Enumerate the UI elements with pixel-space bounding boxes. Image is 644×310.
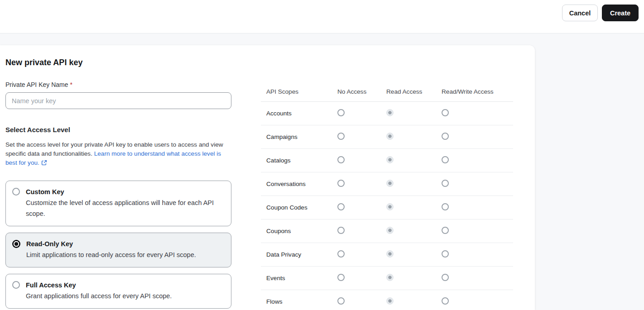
scope-label: Flows <box>266 298 337 305</box>
access-level-radio[interactable] <box>12 188 20 196</box>
scope-radio-no-access[interactable] <box>337 156 345 163</box>
scope-radio-read-write-access[interactable] <box>442 109 449 116</box>
external-link-icon <box>41 160 47 166</box>
scope-row: Events <box>261 267 513 290</box>
access-level-option[interactable]: Read-Only Key Limit applications to read… <box>5 233 231 267</box>
scope-radio-read-access[interactable] <box>386 203 394 210</box>
cancel-button[interactable]: Cancel <box>562 5 598 21</box>
scope-radio-no-access[interactable] <box>337 227 345 234</box>
scope-radio-no-access[interactable] <box>337 297 345 305</box>
scope-row: Accounts <box>261 102 513 125</box>
scope-row: Coupons <box>261 219 513 243</box>
access-level-options: Custom Key Customize the level of access… <box>5 181 231 309</box>
scope-radio-no-access[interactable] <box>337 203 345 210</box>
option-title: Custom Key <box>26 187 225 196</box>
scope-row: Coupon Codes <box>261 196 513 219</box>
scope-radio-no-access[interactable] <box>337 133 345 140</box>
scope-radio-read-access[interactable] <box>386 274 394 281</box>
scope-radio-read-write-access[interactable] <box>442 133 449 140</box>
scope-label: Data Privacy <box>266 251 337 258</box>
scopes-table-header: API Scopes No Access Read Access Read/Wr… <box>261 85 513 102</box>
access-level-heading: Select Access Level <box>5 126 231 134</box>
topbar: Cancel Create <box>0 0 644 33</box>
create-button[interactable]: Create <box>602 5 639 21</box>
key-settings-column: New private API key Private API Key Name… <box>5 45 231 309</box>
access-level-option[interactable]: Custom Key Customize the level of access… <box>5 181 231 226</box>
api-scopes-table: API Scopes No Access Read Access Read/Wr… <box>261 85 513 310</box>
access-level-radio[interactable] <box>12 281 20 289</box>
scope-row: Data Privacy <box>261 243 513 267</box>
option-description: Grant applications full access for every… <box>26 291 172 301</box>
scope-radio-read-access[interactable] <box>386 133 394 140</box>
scope-radio-no-access[interactable] <box>337 274 345 281</box>
option-title: Full Access Key <box>26 280 172 290</box>
column-header-no-access: No Access <box>337 88 386 95</box>
scope-radio-read-access[interactable] <box>386 180 394 187</box>
scope-radio-read-access[interactable] <box>386 250 394 258</box>
scope-label: Accounts <box>266 110 337 117</box>
scope-label: Coupon Codes <box>266 204 337 211</box>
api-key-name-label: Private API Key Name* <box>5 81 231 88</box>
scope-radio-read-write-access[interactable] <box>442 227 449 234</box>
column-header-read-write-access: Read/Write Access <box>442 88 513 95</box>
new-private-api-key-panel: New private API key Private API Key Name… <box>0 45 535 310</box>
column-header-api-scopes: API Scopes <box>266 88 337 95</box>
scopes-table-body: Accounts Campaigns Catalogs <box>261 102 513 310</box>
scope-label: Campaigns <box>266 134 337 140</box>
option-title: Read-Only Key <box>26 239 196 248</box>
column-header-read-access: Read Access <box>386 88 442 95</box>
option-description: Limit applications to read-only access f… <box>26 249 196 260</box>
scope-radio-read-access[interactable] <box>386 109 394 116</box>
scope-row: Conversations <box>261 172 513 196</box>
option-description: Customize the level of access applicatio… <box>26 197 225 219</box>
scope-radio-read-access[interactable] <box>386 227 394 234</box>
scope-radio-no-access[interactable] <box>337 250 345 258</box>
scope-row: Catalogs <box>261 149 513 172</box>
access-level-description: Set the access level for your private AP… <box>5 140 231 167</box>
scope-radio-read-write-access[interactable] <box>442 180 449 187</box>
scope-radio-no-access[interactable] <box>337 109 345 116</box>
access-level-radio[interactable] <box>12 240 20 248</box>
scope-radio-read-write-access[interactable] <box>442 274 449 281</box>
scope-label: Events <box>266 275 337 281</box>
scope-row: Flows <box>261 290 513 310</box>
scope-radio-read-write-access[interactable] <box>442 297 449 305</box>
scope-radio-no-access[interactable] <box>337 180 345 187</box>
scope-radio-read-write-access[interactable] <box>442 203 449 210</box>
scope-row: Campaigns <box>261 125 513 149</box>
access-level-option[interactable]: Full Access Key Grant applications full … <box>5 274 231 309</box>
scope-label: Catalogs <box>266 157 337 164</box>
scope-label: Conversations <box>266 181 337 187</box>
scope-radio-read-access[interactable] <box>386 297 394 305</box>
required-asterisk: * <box>70 81 72 88</box>
scope-radio-read-access[interactable] <box>386 156 394 163</box>
scope-label: Coupons <box>266 228 337 234</box>
api-key-name-input[interactable] <box>5 92 231 109</box>
page-title: New private API key <box>5 58 231 67</box>
scope-radio-read-write-access[interactable] <box>442 250 449 258</box>
scope-radio-read-write-access[interactable] <box>442 156 449 163</box>
